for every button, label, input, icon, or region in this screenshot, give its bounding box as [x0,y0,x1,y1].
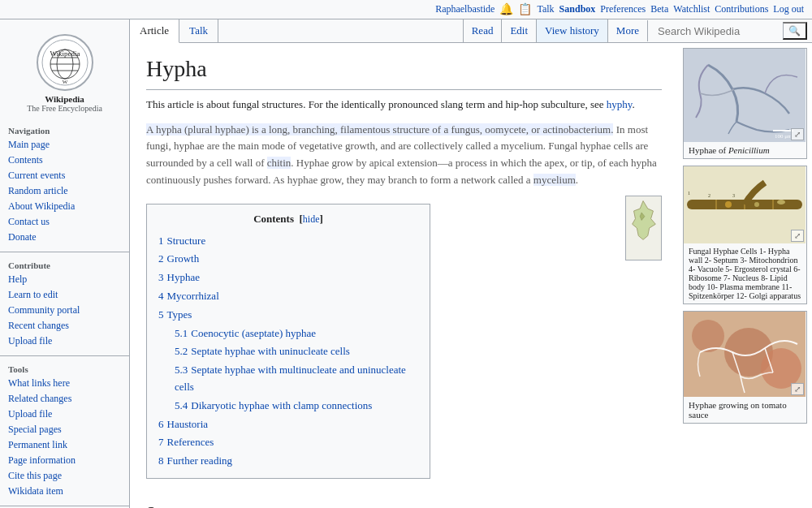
toc-item-5-2[interactable]: 5.2Septate hyphae with uninucleate cells [175,343,418,360]
content-area: Article Talk Read Edit View history More… [130,19,812,508]
toc-item-2[interactable]: 2Growth [158,251,418,268]
svg-point-22 [692,320,724,352]
sidebar-item-permanent-link[interactable]: Permanent link [0,437,129,453]
table-of-contents: Contents [hide] 1Structure 2Growth 3 [146,204,430,479]
toc-sublist-5: 5.1Coenocytic (aseptate) hyphae 5.2Septa… [158,325,418,415]
sidebar-item-contents[interactable]: Contents [0,153,129,168]
sandbox-link[interactable]: Sandbox [559,3,596,15]
svg-text:100 μm: 100 μm [775,133,793,140]
logo-title: Wikipedia [45,94,84,104]
contribute-heading: Contribute [0,257,129,272]
sidebar-item-learn-edit[interactable]: Learn to edit [0,287,129,303]
contributions-link[interactable]: Contributions [715,3,768,15]
alert-icon[interactable]: 📋 [518,2,532,16]
navigation-heading: Navigation [0,123,129,137]
image-panel-3: ⤢ Hyphae growing on tomato sauce [683,311,807,424]
tabs-row: Article Talk Read Edit View history More… [130,19,812,43]
sidebar-item-current-events[interactable]: Current events [0,168,129,183]
sidebar-item-what-links[interactable]: What links here [0,376,129,391]
tab-article[interactable]: Article [130,19,179,43]
search-button[interactable]: 🔍 [783,22,807,40]
tab-talk[interactable]: Talk [179,19,218,42]
image-placeholder-3: ⤢ [684,312,806,397]
svg-text:2: 2 [708,193,710,198]
image-placeholder-2: 1 2 3 ⤢ [684,166,806,243]
sidebar-item-random-article[interactable]: Random article [0,183,129,199]
article-intro: A hypha (plural hyphae) is a long, branc… [146,122,662,189]
watchlist-link[interactable]: Watchlist [673,3,710,15]
toc-title: Contents [hide] [158,211,418,228]
contribute-section: Contribute Help Learn to edit Community … [0,257,129,349]
structure-heading: Structure [edit] [146,500,662,508]
image-expand-1[interactable]: ⤢ [791,128,804,140]
right-tabs: Read Edit View history More 🔍 [463,19,812,42]
image-panel-1: 100 μm ⤢ Hyphae of Penicillium [683,48,807,159]
sidebar-item-recent-changes[interactable]: Recent changes [0,318,129,334]
wikipedia-logo[interactable]: Wikipedia W [37,34,93,91]
toc-item-5[interactable]: 5Types [158,307,418,324]
toc-item-5-3[interactable]: 5.3Septate hyphae with multinucleate and… [175,362,418,396]
image-expand-3[interactable]: ⤢ [791,383,804,395]
sidebar-item-help[interactable]: Help [0,272,129,287]
sidebar-item-special-pages[interactable]: Special pages [0,422,129,437]
tab-read[interactable]: Read [463,19,502,42]
tab-edit[interactable]: Edit [501,19,536,42]
hyphy-link[interactable]: hyphy [607,98,633,110]
toc-item-4[interactable]: 4Mycorrhizal [158,288,418,305]
sidebar-item-about[interactable]: About Wikipedia [0,199,129,214]
sidebar-item-cite[interactable]: Cite this page [0,468,129,484]
article-subtitle: This article is about fungal structures.… [146,97,662,114]
article-content: Hypha This article is about fungal struc… [130,43,812,508]
sidebar-item-main-page[interactable]: Main page [0,137,129,153]
tab-view-history[interactable]: View history [536,19,607,42]
image-caption-2: Fungal Hyphae Cells 1- Hypha wall 2- Sep… [684,243,806,304]
svg-text:3: 3 [732,193,735,198]
toc-item-5-1[interactable]: 5.1Coenocytic (aseptate) hyphae [175,325,418,342]
logo-tagline: The Free Encyclopedia [27,104,102,113]
toc-list: 1Structure 2Growth 3Hyphae 4Mycorrhizal [158,233,418,470]
sidebar-item-wikidata[interactable]: Wikidata item [0,484,129,499]
search-input[interactable] [653,24,783,39]
top-navigation-bar: Raphaelbastide 🔔 📋 Talk Sandbox Preferen… [0,0,812,19]
sidebar-item-contact[interactable]: Contact us [0,214,129,230]
image-caption-3: Hyphae growing on tomato sauce [684,397,806,423]
article-right-sidebar: 100 μm ⤢ Hyphae of Penicillium [678,43,812,508]
toc-area: Contents [hide] 1Structure 2Growth 3 [146,196,662,487]
toc-item-7[interactable]: 7References [158,434,418,451]
sidebar-item-upload-file-2[interactable]: Upload file [0,407,129,422]
username-link[interactable]: Raphaelbastide [435,3,495,15]
sidebar-item-page-info[interactable]: Page information [0,453,129,468]
toc-item-8[interactable]: 8Further reading [158,453,418,470]
sidebar-item-related-changes[interactable]: Related changes [0,391,129,407]
notification-icon[interactable]: 🔔 [499,2,513,16]
sidebar-item-community[interactable]: Community portal [0,303,129,318]
navigation-section: Navigation Main page Contents Current ev… [0,123,129,245]
logout-link[interactable]: Log out [773,3,804,15]
image-placeholder-1: 100 μm ⤢ [684,49,806,142]
toc-map [625,196,662,266]
talk-link[interactable]: Talk [537,3,554,15]
toc-item-3[interactable]: 3Hyphae [158,269,418,286]
toc-item-6[interactable]: 6Haustoria [158,416,418,433]
sidebar-item-upload-file[interactable]: Upload file [0,334,129,349]
subtitle-text: This article is about fungal structures.… [146,98,604,110]
svg-text:W: W [62,79,67,85]
svg-point-16 [754,202,759,207]
tab-more[interactable]: More [607,19,647,42]
svg-point-17 [777,200,785,204]
preferences-link[interactable]: Preferences [600,3,646,15]
toc-item-5-4[interactable]: 5.4Dikaryotic hyphae with clamp connecti… [175,398,418,415]
tools-heading[interactable]: Tools [0,361,129,376]
toc-hide-button[interactable]: hide [303,213,320,225]
sidebar-item-donate[interactable]: Donate [0,230,129,245]
image-caption-1: Hyphae of Penicillium [684,142,806,158]
svg-point-15 [725,201,732,208]
image-expand-2[interactable]: ⤢ [791,230,804,242]
beta-link[interactable]: Beta [650,3,668,15]
tools-section: Tools What links here Related changes Up… [0,361,129,499]
image-panel-2: 1 2 3 ⤢ Fungal Hyphae Cells 1- Hypha wal… [683,166,807,304]
toc-item-1[interactable]: 1Structure [158,233,418,250]
search-area: 🔍 [647,20,812,41]
svg-text:1: 1 [688,191,690,196]
article-main: Hypha This article is about fungal struc… [130,43,678,508]
